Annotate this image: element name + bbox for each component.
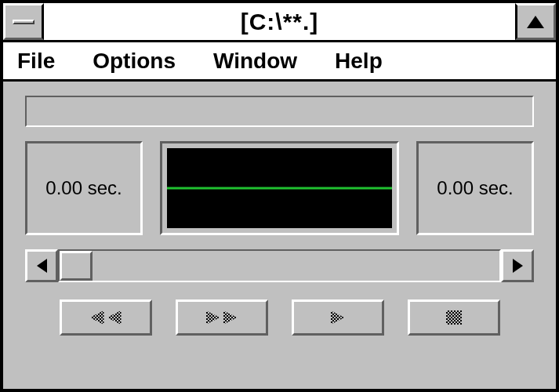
- scroll-thumb[interactable]: [60, 251, 93, 281]
- system-menu-icon: [13, 20, 34, 24]
- time-left-display: 0.00 sec.: [25, 141, 143, 235]
- menu-window[interactable]: Window: [213, 49, 297, 74]
- position-scrollbar: [25, 249, 534, 282]
- rewind-icon: [90, 310, 122, 325]
- play-button[interactable]: [292, 299, 384, 336]
- window-title: [C:\**.]: [44, 3, 515, 40]
- menu-help[interactable]: Help: [335, 49, 383, 74]
- restore-button[interactable]: [515, 3, 556, 40]
- display-row: 0.00 sec. 0.00 sec.: [25, 141, 534, 235]
- arrow-right-icon: [513, 259, 523, 273]
- fast-forward-button[interactable]: [176, 299, 268, 336]
- fast-forward-icon: [206, 310, 238, 325]
- waveform-line-icon: [167, 187, 392, 190]
- menu-options[interactable]: Options: [93, 49, 176, 74]
- stop-icon: [446, 310, 462, 325]
- scroll-track[interactable]: [58, 249, 501, 282]
- transport-controls: [25, 296, 534, 336]
- time-right-value: 0.00 sec.: [437, 177, 513, 199]
- title-bar: [C:\**.]: [3, 3, 556, 42]
- stop-button[interactable]: [408, 299, 500, 336]
- scroll-right-button[interactable]: [501, 249, 534, 282]
- arrow-left-icon: [37, 259, 47, 273]
- status-bar: [25, 96, 534, 127]
- time-left-value: 0.00 sec.: [45, 177, 122, 199]
- waveform-canvas: [167, 148, 392, 228]
- client-area: 0.00 sec. 0.00 sec.: [3, 82, 556, 389]
- rewind-button[interactable]: [60, 299, 152, 336]
- system-menu-button[interactable]: [3, 3, 44, 40]
- triangle-up-icon: [527, 16, 544, 28]
- main-window: [C:\**.] File Options Window Help 0.00 s…: [0, 0, 559, 392]
- time-right-display: 0.00 sec.: [416, 141, 534, 235]
- menu-bar: File Options Window Help: [3, 42, 556, 82]
- waveform-display: [160, 141, 399, 235]
- play-icon: [331, 310, 345, 325]
- scroll-left-button[interactable]: [25, 249, 58, 282]
- menu-file[interactable]: File: [17, 49, 55, 74]
